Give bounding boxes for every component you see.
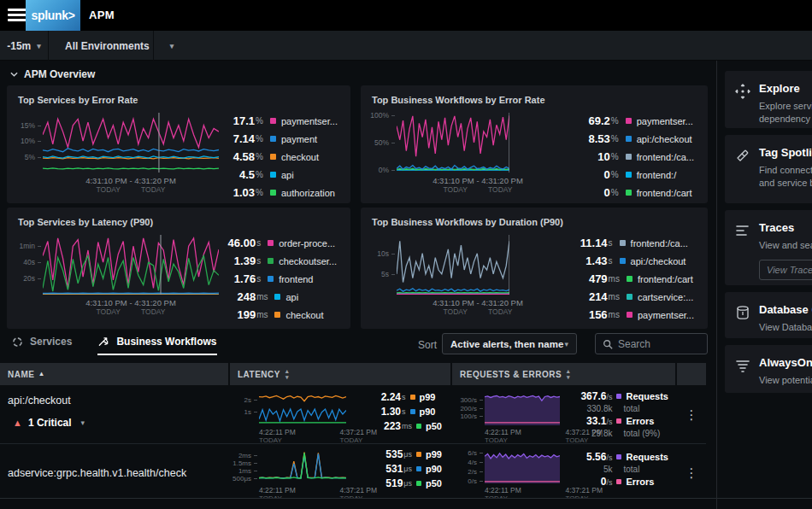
legend-swatch <box>627 276 633 282</box>
row-actions-menu[interactable]: ⋮ <box>677 444 706 502</box>
tag-spotlight-icon <box>735 148 750 163</box>
legend-item[interactable]: 479msfrontend:/cart <box>572 273 694 284</box>
search-input[interactable] <box>618 338 700 350</box>
explore-icon <box>735 84 750 99</box>
legend-swatch <box>416 424 421 429</box>
legend-item[interactable]: 4.5%api <box>219 169 338 180</box>
error-rate-chart[interactable] <box>43 113 219 173</box>
apm-overview-toggle[interactable]: APM Overview <box>10 68 95 80</box>
hamburger-menu-icon[interactable] <box>8 9 26 22</box>
legend-item[interactable]: 1.76sfrontend <box>220 273 337 284</box>
y-axis: 2ms1.5ms1ms500μs <box>230 449 259 483</box>
legend-swatch <box>270 136 276 142</box>
legend-swatch <box>270 118 276 124</box>
x-axis: 4:31:10 PM - 4:31:20 PM TODAYTODAY <box>43 176 219 194</box>
legend-item[interactable]: 0%frontend:/ <box>574 169 694 180</box>
latency-legend: 535μsp99 531μsp90 519μsp50 <box>370 449 442 489</box>
legend-swatch <box>626 154 632 160</box>
legend-swatch <box>268 240 274 246</box>
latency-sparkline[interactable] <box>259 391 346 425</box>
sort-icon: ▴▾ <box>567 368 570 380</box>
legend-swatch <box>620 240 626 246</box>
time-range-picker[interactable]: -15m▾ <box>0 31 48 61</box>
x-axis: 4:22:11 PMTODAY 4:37:21 PMTODAY <box>259 428 377 444</box>
card-database-query[interactable]: Database Qu View Database <box>725 292 812 338</box>
sidebar-divider <box>716 61 717 509</box>
table-row[interactable]: adservice:grpc.health.v1.health/check 2m… <box>0 443 706 498</box>
chevron-down-icon <box>10 72 18 77</box>
sort-icon: ▴▾ <box>285 368 289 380</box>
legend-item[interactable]: 10%frontend:/ca... <box>574 151 694 162</box>
legend-swatch <box>616 479 621 484</box>
splunk-logo[interactable]: splunk> <box>26 0 80 31</box>
column-header-requests-errors[interactable]: REQUESTS & ERRORS▴▾ <box>452 363 675 385</box>
workflow-name[interactable]: adservice:grpc.health.v1.health/check <box>8 467 186 479</box>
legend-swatch <box>616 418 621 424</box>
legend-swatch <box>627 312 633 318</box>
legend-swatch <box>626 136 632 142</box>
legend-item[interactable]: 8.53%api:/checkout <box>574 133 694 144</box>
legend-swatch <box>410 409 415 414</box>
panel-title: Top Services by Error Rate <box>18 95 138 105</box>
requests-sparkline[interactable] <box>485 449 560 483</box>
legend-item[interactable]: 1.43sapi:/checkout <box>572 255 694 266</box>
legend-item[interactable]: 69.2%paymentser... <box>574 115 694 126</box>
duration-chart[interactable] <box>397 235 509 295</box>
card-tag-spotlight[interactable]: Tag Spotligh Find connectioand service b… <box>725 135 812 203</box>
bottom-strip <box>0 498 812 509</box>
legend-swatch <box>416 466 421 471</box>
column-header-name[interactable]: NAME▴ <box>0 363 228 385</box>
chevron-down-icon: ▾ <box>564 340 568 348</box>
table-row[interactable]: api:/checkout ▲ 1 Critical ▾ 2s1s 4:22:1… <box>0 385 706 442</box>
legend-swatch <box>620 258 626 264</box>
panel-title: Top Business Workflows by Duration (P90) <box>372 217 563 227</box>
column-header-latency[interactable]: LATENCY▴▾ <box>230 363 450 385</box>
legend-swatch <box>268 258 274 264</box>
legend-swatch <box>268 276 274 282</box>
y-axis: 15%10%5% <box>12 113 43 173</box>
search-box <box>595 333 708 354</box>
legend-item[interactable]: 156mspaymentser... <box>572 309 694 320</box>
requests-legend: 5.56/s Requests 5ktotal 0/s Errors <box>586 451 668 488</box>
error-rate-chart[interactable] <box>397 113 509 173</box>
tab-business-workflows[interactable]: Business Workflows <box>97 336 216 355</box>
row-actions-menu[interactable]: ⋮ <box>677 385 706 444</box>
x-axis: 4:31:10 PM - 4:31:20 PM TODAYTODAY <box>43 298 219 316</box>
legend-item[interactable]: 46.00sorder-proce... <box>220 237 337 249</box>
legend-item[interactable]: 4.58%checkout <box>219 151 338 162</box>
chevron-down-icon: ▾ <box>37 42 41 50</box>
latency-sparkline[interactable] <box>259 449 346 483</box>
sort-asc-icon: ▴ <box>39 371 44 377</box>
legend-swatch <box>274 312 280 318</box>
legend-item[interactable]: 11.14sfrontend:/ca... <box>572 237 694 249</box>
legend-item[interactable]: 0%frontend:/cart <box>574 187 694 198</box>
y-axis: 100%50%0% <box>366 113 397 173</box>
legend-item[interactable]: 1.39scheckoutser... <box>220 255 337 266</box>
environment-picker[interactable]: All Environments▾ <box>65 31 180 61</box>
chevron-down-icon: ▾ <box>170 42 174 50</box>
legend-item[interactable]: 17.1%paymentser... <box>219 115 338 126</box>
card-alwayson-profiling[interactable]: AlwaysOn Pr View potential <box>725 345 812 393</box>
legend-item[interactable]: 7.14%payment <box>219 133 338 144</box>
requests-legend: 367.6/s Requests 330.8ktotal 33.1/s Erro… <box>580 390 668 438</box>
tab-services[interactable]: Services <box>12 336 72 355</box>
sort-dropdown[interactable]: Active alerts, then name ▾ <box>442 333 577 354</box>
card-explore[interactable]: Explore Explore servicedependency m <box>725 71 812 128</box>
legend-item[interactable]: 1.03%authorization <box>219 187 338 198</box>
legend-item[interactable]: 199mscheckout <box>220 309 337 320</box>
legend-item[interactable]: 214mscartservice:... <box>572 291 694 302</box>
alert-badge[interactable]: ▲ 1 Critical ▾ <box>13 417 228 429</box>
latency-chart[interactable] <box>43 235 219 295</box>
workflow-name[interactable]: api:/checkout <box>8 395 228 407</box>
y-axis: 2s1s <box>230 391 259 425</box>
requests-sparkline[interactable] <box>485 391 560 425</box>
chevron-down-icon: ▾ <box>81 418 85 427</box>
card-traces[interactable]: Traces View and searc <box>725 210 812 285</box>
legend-swatch <box>616 454 621 459</box>
trace-id-input[interactable] <box>759 260 812 280</box>
panel-top-services-latency: Top Services by Latency (P90) 1min40s20s… <box>7 208 350 329</box>
legend-swatch <box>410 395 415 400</box>
legend-item[interactable]: 248msapi <box>220 291 337 302</box>
chart-legend: 46.00sorder-proce... 1.39scheckoutser...… <box>220 235 337 320</box>
x-axis: 4:31:10 PM - 4:31:20 PM TODAYTODAY <box>397 176 559 194</box>
